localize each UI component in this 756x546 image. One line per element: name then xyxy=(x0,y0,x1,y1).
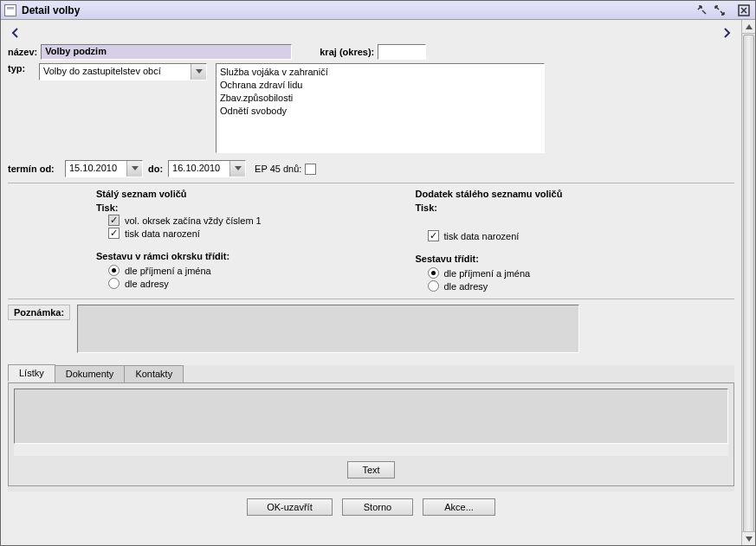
addendum-list-column: Dodatek stálého seznamu voličů Tisk: ✓ t… xyxy=(416,189,735,293)
ep-checkbox[interactable] xyxy=(305,164,316,175)
name-label: název: xyxy=(8,47,37,57)
tisk-label: Tisk: xyxy=(416,202,735,213)
permanent-list-heading: Stálý seznam voličů xyxy=(96,189,416,199)
ep-label: EP 45 dnů: xyxy=(255,164,301,174)
detail-volby-window: Detail volby název: Volby xyxy=(0,0,756,546)
note-label: Poznámka: xyxy=(8,305,70,320)
tab-panel xyxy=(14,389,728,456)
term-from-field[interactable]: 15.10.2010 xyxy=(65,160,143,177)
term-from-label: termín od: xyxy=(8,164,61,174)
maximize-in-icon[interactable] xyxy=(695,3,710,17)
window-app-icon xyxy=(4,4,16,16)
type-dropdown[interactable]: Volby do zastupitelstev obcí xyxy=(39,63,207,80)
print-birthdate-checkbox[interactable]: ✓ xyxy=(428,230,439,241)
term-from-value: 15.10.2010 xyxy=(66,161,126,177)
ok-close-button[interactable]: OK-uzavřít xyxy=(247,498,333,516)
tab-dokumenty[interactable]: Dokumenty xyxy=(55,365,126,382)
sort-by-address-radio[interactable] xyxy=(428,280,439,292)
term-to-value: 16.10.2010 xyxy=(169,161,229,177)
tabs-container: Lístky Dokumenty Kontakty Text xyxy=(8,365,734,491)
text-button[interactable]: Text xyxy=(347,461,394,479)
prev-record-icon[interactable] xyxy=(8,25,23,41)
cancel-button[interactable]: Storno xyxy=(342,498,413,516)
sort-heading: Sestavu třídit: xyxy=(416,254,735,264)
chevron-down-icon[interactable] xyxy=(229,161,245,177)
type-dropdown-value: Volby do zastupitelstev obcí xyxy=(40,64,191,80)
type-label: typ: xyxy=(8,63,36,74)
sort-by-name-label: dle příjmení a jména xyxy=(444,268,531,279)
reasons-listbox[interactable]: Služba vojáka v zahraničí Ochrana zdraví… xyxy=(216,63,545,153)
sort-by-name-radio[interactable] xyxy=(108,265,120,276)
region-input[interactable] xyxy=(378,44,426,60)
note-textarea[interactable] xyxy=(77,305,579,353)
list-item[interactable]: Ochrana zdraví lidu xyxy=(220,79,540,92)
sort-heading: Sestavu v rámci okrsku třídit: xyxy=(96,251,416,261)
scroll-thumb[interactable] xyxy=(743,35,754,545)
sort-by-name-label: dle příjmení a jména xyxy=(125,266,211,276)
titlebar: Detail volby xyxy=(1,1,755,20)
close-icon[interactable] xyxy=(736,3,752,17)
tab-kontakty[interactable]: Kontakty xyxy=(124,365,184,382)
tab-content-area[interactable] xyxy=(14,389,728,444)
actions-button[interactable]: Akce... xyxy=(423,498,495,516)
print-birthdate-label: tisk data narození xyxy=(444,231,520,241)
scroll-up-icon[interactable] xyxy=(742,20,755,34)
print-birthdate-label: tisk data narození xyxy=(125,228,200,239)
sort-by-address-label: dle adresy xyxy=(444,281,488,292)
chevron-down-icon[interactable] xyxy=(126,161,142,177)
sort-by-address-radio[interactable] xyxy=(108,278,120,289)
okrsek-start-1-checkbox: ✓ xyxy=(108,215,120,226)
list-item[interactable]: Odnětí svobody xyxy=(220,105,540,118)
separator xyxy=(8,183,734,183)
name-input[interactable]: Volby podzim xyxy=(41,44,292,60)
next-record-icon[interactable] xyxy=(719,25,734,41)
addendum-heading: Dodatek stálého seznamu voličů xyxy=(416,189,735,199)
print-birthdate-checkbox[interactable]: ✓ xyxy=(108,228,120,239)
okrsek-start-1-label: vol. okrsek začína vždy číslem 1 xyxy=(125,215,262,226)
scroll-down-icon[interactable] xyxy=(742,531,755,545)
maximize-out-icon[interactable] xyxy=(712,3,727,17)
list-item[interactable]: Služba vojáka v zahraničí xyxy=(220,66,540,79)
list-item[interactable]: Zbav.způsobilosti xyxy=(220,92,540,105)
separator xyxy=(8,299,734,299)
region-label: kraj (okres): xyxy=(320,47,374,57)
sort-by-name-radio[interactable] xyxy=(428,267,439,279)
sort-by-address-label: dle adresy xyxy=(125,279,169,289)
term-to-field[interactable]: 16.10.2010 xyxy=(168,160,246,177)
window-title: Detail volby xyxy=(22,4,693,16)
tab-listky[interactable]: Lístky xyxy=(8,364,55,382)
tisk-label: Tisk: xyxy=(96,202,416,213)
chevron-down-icon[interactable] xyxy=(191,64,206,80)
term-to-label: do: xyxy=(148,164,163,174)
permanent-list-column: Stálý seznam voličů Tisk: ✓ vol. okrsek … xyxy=(96,189,416,293)
vertical-scrollbar[interactable] xyxy=(741,20,755,545)
